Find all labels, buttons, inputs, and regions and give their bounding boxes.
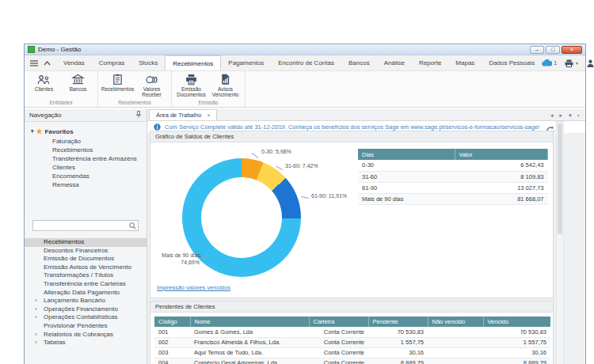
pendentes-table: CódigoNomeCarteiraPendenteNão vencidoVen…: [154, 317, 551, 364]
hamburger-menu-icon[interactable]: [30, 60, 38, 66]
sidebar-item-operações-contabilísticas[interactable]: ›Operações Contabilísticas: [25, 313, 147, 322]
ribbon-button-recebimentos[interactable]: Recebimentos: [101, 72, 134, 100]
cloud-status[interactable]: 1: [542, 59, 557, 66]
sidebar-item-emissão-avisos-de-vencimento[interactable]: Emissão Avisos de Vencimento: [25, 264, 147, 272]
column-header-dias[interactable]: Dias: [358, 149, 455, 160]
table-cell: 8 889,79: [483, 358, 550, 364]
favorite-item-encomendas[interactable]: Encomendas: [52, 172, 145, 180]
cloud-icon: [542, 59, 552, 66]
menu-tab-dados-pessoais[interactable]: Dados Pessoais: [482, 55, 542, 70]
chart-panel: Gráfico de Saldos de Clientes 0-30: 5,98…: [150, 131, 554, 298]
favorites-node[interactable]: ▾ ★ Favoritos: [31, 127, 145, 135]
print-overdue-link[interactable]: Impressão valores vencidos: [157, 284, 230, 291]
minimize-button[interactable]: –: [530, 46, 544, 54]
column-header-não-vencido[interactable]: Não vencido: [428, 317, 483, 327]
user-menu[interactable]: 1 ▼: [587, 59, 594, 67]
doc-chart-icon: [219, 73, 232, 85]
print-menu[interactable]: ▼: [565, 59, 579, 67]
ribbon-group-label: Recebimentos: [101, 100, 168, 107]
sidebar-header: Navegação: [25, 109, 147, 122]
table-row[interactable]: 31-608 109,83: [358, 171, 548, 182]
column-header-nome[interactable]: Nome: [190, 317, 309, 327]
search-input[interactable]: [32, 220, 139, 231]
collapse-ribbon-icon[interactable]: [44, 61, 51, 66]
maximize-button[interactable]: □: [546, 46, 560, 54]
ribbon-button-clientes[interactable]: Clientes: [28, 72, 60, 100]
table-row[interactable]: 61-9013 027,73: [358, 182, 548, 193]
donut-hole: [201, 177, 282, 258]
favorite-item-remessa[interactable]: Remessa: [52, 180, 145, 189]
ribbon-button-bancos[interactable]: Bancos: [62, 72, 94, 100]
title-bar: Demo - Gestão – □ ×: [25, 44, 585, 55]
table-cell: 004: [154, 358, 190, 364]
menu-tab-encontro-de-contas[interactable]: Encontro de Contas: [271, 55, 341, 70]
sidebar-item-alteração-data-pagamento[interactable]: Alteração Data Pagamento: [25, 289, 147, 298]
sidebar-item-descontos-financeiros[interactable]: Descontos Financeiros: [25, 247, 147, 256]
ribbon: ClientesBancosEntidadesRecebimentosValor…: [25, 71, 585, 108]
window-title: Demo - Gestão: [38, 46, 81, 53]
favorite-item-faturação[interactable]: Faturação: [52, 137, 145, 146]
table-row[interactable]: 001Gomes & Gomes, LdaConta Corrente70 53…: [154, 327, 550, 337]
ribbon-button-label: Bancos: [70, 86, 87, 92]
table-row[interactable]: 003Aqui Temos de Tudo, Lda.Conta Corrent…: [154, 347, 550, 358]
notice-text[interactable]: Com Serviço Complete válido até 31-12-20…: [165, 123, 539, 131]
table-cell: 30,16: [368, 347, 428, 358]
table-cell: Aqui Temos de Tudo, Lda.: [190, 347, 309, 358]
sidebar-item-provisionar-pendentes[interactable]: Provisionar Pendentes: [25, 322, 147, 331]
column-header-pendente[interactable]: Pendente: [368, 317, 428, 327]
ribbon-button-label: Recebimentos: [101, 86, 135, 92]
favorite-item-recebimentos[interactable]: Recebimentos: [52, 146, 145, 154]
menu-tab-análise[interactable]: Análise: [377, 55, 412, 70]
menu-tab-mapas[interactable]: Mapas: [448, 55, 482, 70]
user-icon: [587, 59, 594, 67]
sidebar-item-recebimentos[interactable]: Recebimentos: [25, 238, 147, 247]
column-header-carteira[interactable]: Carteira: [309, 317, 368, 327]
sidebar-item-lançamento-bancário[interactable]: ›Lançamento Bancário: [25, 297, 147, 305]
favorite-item-clientes[interactable]: Clientes: [52, 163, 145, 172]
menu-tab-recebimentos[interactable]: Recebimentos: [165, 55, 221, 70]
table-cell: [428, 327, 483, 337]
ribbon-button-valores-receber[interactable]: Valores Receber: [135, 72, 168, 100]
table-cell: 1 557,75: [368, 337, 428, 347]
coins-icon: [145, 73, 158, 85]
receipts-icon: [111, 73, 124, 85]
ribbon-button-avisos-vencimento[interactable]: Avisos Vencimento: [209, 72, 242, 100]
column-header-código[interactable]: Código: [154, 317, 190, 327]
table-cell: 0-30: [358, 160, 455, 171]
column-header-vencido[interactable]: Vencido: [483, 317, 550, 327]
table-row[interactable]: 0-306 542,43: [358, 160, 548, 171]
sidebar-item-transferência-entre-carteiras[interactable]: Transferência entre Carteiras: [25, 280, 147, 289]
donut-label-mais-de-90-dias: Mais de 90 dias:74,69%: [162, 252, 200, 266]
donut-label-31-60: 31-60: 7,42%: [285, 163, 318, 169]
menu-tab-reporte[interactable]: Reporte: [412, 55, 448, 70]
table-row[interactable]: 004Comércio Geral Amoreiras, Lda.Conta C…: [154, 358, 550, 364]
sidebar-item-emissão-de-documentos[interactable]: Emissão de Documentos: [25, 255, 147, 264]
ribbon-tab-bar: VendasComprasStocksRecebimentosPagamento…: [25, 55, 585, 71]
chevron-expanded-icon: ▾: [31, 128, 34, 135]
pin-icon[interactable]: [135, 111, 142, 119]
vertical-scrollbar[interactable]: [556, 121, 564, 364]
table-row[interactable]: Mais de 90 dias81 668,07: [358, 193, 548, 204]
sidebar-item-operações-financiamento[interactable]: ›Operações Financiamento: [25, 305, 147, 314]
tab-close-icon[interactable]: ×: [208, 112, 211, 118]
navigation-sidebar: Navegação ▾ ★ Favoritos FaturaçãoRecebim…: [25, 109, 147, 364]
column-header-valor[interactable]: Valor: [455, 149, 548, 160]
tabstrip-controls[interactable]: ◄ ► ▼ ×: [546, 113, 585, 120]
ribbon-button-emissão-documentos[interactable]: Emissão Documentos: [175, 72, 208, 100]
close-button[interactable]: ×: [562, 46, 582, 54]
sidebar-item-transformações-títulos[interactable]: Transformações / Títulos: [25, 271, 147, 280]
menu-tab-compras[interactable]: Compras: [92, 55, 131, 70]
menu-tab-pagamentos[interactable]: Pagamentos: [221, 55, 271, 70]
favorite-item-transferência-entre-armazéns[interactable]: Transferência entre Armazéns: [52, 154, 145, 163]
menu-tab-stocks[interactable]: Stocks: [131, 55, 165, 70]
scrollbar-thumb[interactable]: [558, 123, 562, 234]
star-icon: ★: [36, 127, 43, 135]
table-row[interactable]: 002Francisco Almeida & Filhos, Lda.Conta…: [154, 337, 550, 347]
sidebar-item-relatórios-de-cobranças[interactable]: ›Relatórios de Cobranças: [25, 331, 147, 339]
search-icon[interactable]: [129, 222, 136, 229]
menu-tab-bancos[interactable]: Bancos: [341, 55, 377, 70]
sidebar-item-tabelas[interactable]: ›Tabelas: [25, 339, 147, 347]
menu-tab-vendas[interactable]: Vendas: [56, 55, 92, 70]
tab-area-de-trabalho[interactable]: Área de Trabalho ×: [149, 109, 217, 120]
ribbon-button-label: Avisos Vencimento: [209, 86, 242, 98]
